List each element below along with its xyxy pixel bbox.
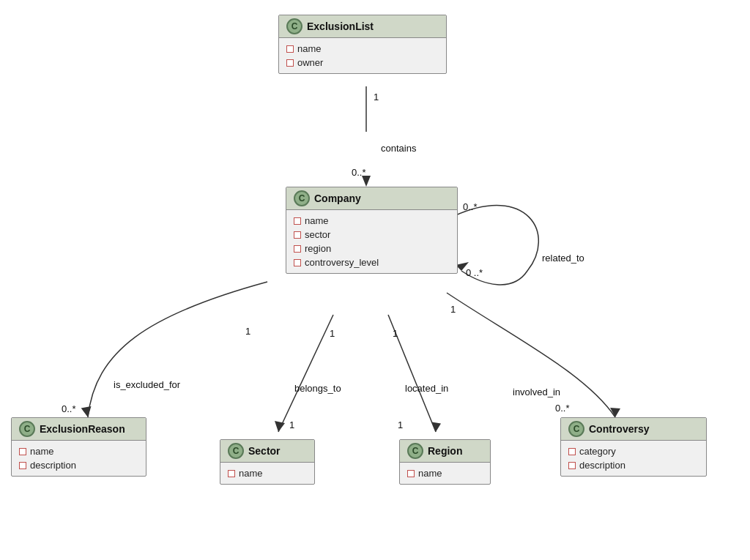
exclusion-list-attr-name: name <box>286 42 439 56</box>
company-class: C Company name sector region controversy… <box>286 187 458 274</box>
region-attr-name: name <box>407 466 483 480</box>
attr-icon <box>228 470 235 477</box>
region-header: C Region <box>400 440 490 463</box>
exclusion-reason-icon: C <box>19 421 35 437</box>
attr-icon <box>294 217 301 225</box>
svg-line-4 <box>278 315 333 432</box>
controversy-icon: C <box>568 421 584 437</box>
sector-name: Sector <box>248 445 281 457</box>
svg-marker-5 <box>275 421 285 432</box>
attr-icon <box>19 448 26 455</box>
region-name: Region <box>428 445 462 457</box>
mult-0star-contains: 0..* <box>352 167 366 178</box>
uml-diagram: C ExclusionList name owner C Company nam… <box>0 0 750 560</box>
belongs-to-label: belongs_to <box>294 383 341 394</box>
related-to-label: related_to <box>542 253 584 264</box>
mult-0star-related-self: 0 ..* <box>466 267 483 278</box>
region-body: name <box>400 463 490 484</box>
attr-icon <box>286 45 294 53</box>
company-attr-sector: sector <box>294 228 450 242</box>
exclusion-list-attr-owner: owner <box>286 56 439 70</box>
exclusion-reason-attr-name: name <box>19 444 138 458</box>
exclusion-list-name: ExclusionList <box>307 20 374 32</box>
exclusion-reason-name: ExclusionReason <box>40 423 125 435</box>
controversy-attr-description: description <box>568 458 699 472</box>
mult-0star-excluded-reason: 0..* <box>62 403 76 414</box>
mult-1-involved-company: 1 <box>450 304 456 315</box>
sector-attr-name: name <box>228 466 307 480</box>
exclusion-reason-class: C ExclusionReason name description <box>11 417 146 477</box>
mult-1-located-region: 1 <box>398 419 403 430</box>
contains-label: contains <box>381 143 416 154</box>
region-icon: C <box>407 443 423 459</box>
company-attr-name: name <box>294 214 450 228</box>
attr-icon <box>286 59 294 67</box>
company-icon: C <box>294 190 310 206</box>
mult-0star-related-right: 0..* <box>463 201 478 212</box>
sector-header: C Sector <box>220 440 314 463</box>
attr-icon <box>407 470 415 477</box>
located-in-label: located_in <box>405 383 448 394</box>
sector-class: C Sector name <box>220 439 315 485</box>
attr-icon <box>294 231 301 239</box>
mult-1-excluded-company: 1 <box>245 326 250 337</box>
svg-marker-8 <box>610 408 620 417</box>
mult-1-belongs-company: 1 <box>330 328 335 339</box>
exclusion-list-icon: C <box>286 18 302 34</box>
mult-1-located-company: 1 <box>393 328 398 339</box>
controversy-header: C Controversy <box>561 418 706 441</box>
region-class: C Region name <box>399 439 491 485</box>
is-excluded-for-label: is_excluded_for <box>114 379 180 390</box>
exclusion-reason-header: C ExclusionReason <box>12 418 146 441</box>
controversy-attr-category: category <box>568 444 699 458</box>
controversy-name: Controversy <box>589 423 649 435</box>
company-attr-controversy: controversy_level <box>294 255 450 269</box>
mult-0star-involved: 0..* <box>555 403 570 414</box>
company-name: Company <box>314 193 361 204</box>
exclusion-list-body: name owner <box>279 38 446 73</box>
exclusion-list-header: C ExclusionList <box>279 15 446 38</box>
company-body: name sector region controversy_level <box>286 210 457 273</box>
company-header: C Company <box>286 187 457 210</box>
exclusion-list-class: C ExclusionList name owner <box>278 15 447 74</box>
involved-in-label: involved_in <box>513 387 560 397</box>
svg-marker-7 <box>431 422 441 432</box>
exclusion-reason-body: name description <box>12 441 146 476</box>
attr-icon <box>568 462 576 469</box>
sector-body: name <box>220 463 314 484</box>
attr-icon <box>19 462 26 469</box>
controversy-class: C Controversy category description <box>560 417 707 477</box>
svg-marker-3 <box>81 406 93 418</box>
controversy-body: category description <box>561 441 706 476</box>
company-attr-region: region <box>294 242 450 255</box>
mult-1-belongs-sector: 1 <box>289 419 294 430</box>
sector-icon: C <box>228 443 244 459</box>
exclusion-reason-attr-desc: description <box>19 458 138 472</box>
attr-icon <box>294 259 301 266</box>
mult-1-contains-top: 1 <box>374 92 379 102</box>
attr-icon <box>294 245 301 253</box>
attr-icon <box>568 448 576 455</box>
